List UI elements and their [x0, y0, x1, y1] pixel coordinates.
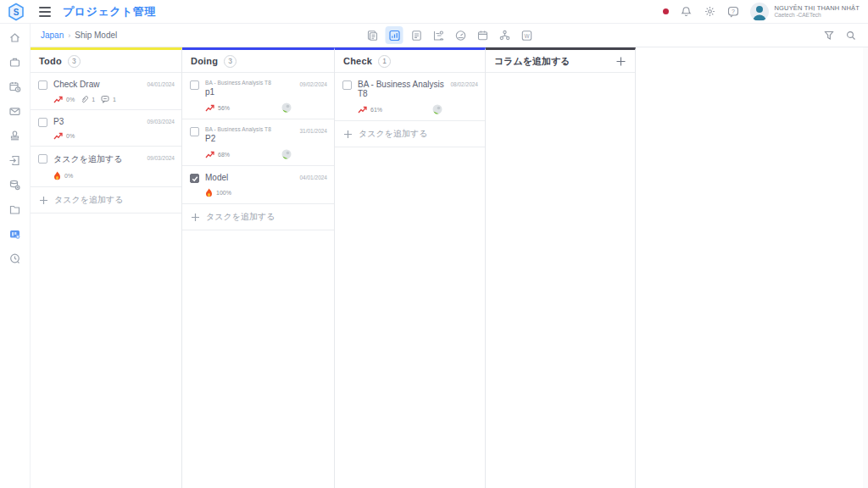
- task-tag: BA - Business Analysis T8: [205, 80, 293, 86]
- task-card[interactable]: Check Draw 0% 1 1 04/01/2024: [31, 73, 181, 110]
- task-tag: BA - Business Analysis T8: [205, 126, 293, 132]
- column-doing: Doing 3 BA - Business Analysis T8 p1 56%: [182, 47, 335, 488]
- task-progress: 100%: [216, 190, 231, 196]
- breadcrumb: Japan › Ship Model: [41, 30, 117, 40]
- task-title: p1: [205, 87, 293, 97]
- add-task-button[interactable]: タスクを追加する: [335, 121, 485, 147]
- plus-icon: [39, 196, 48, 205]
- assignee-avatar[interactable]: [432, 104, 442, 114]
- add-task-button[interactable]: タスクを追加する: [182, 204, 334, 230]
- mail-icon[interactable]: [8, 105, 21, 118]
- comment-icon: [101, 95, 109, 103]
- task-title: P2: [205, 134, 293, 143]
- projects-icon[interactable]: [8, 228, 21, 241]
- task-card[interactable]: Model 100% 04/01/2024: [182, 166, 334, 204]
- breadcrumb-project[interactable]: Japan: [41, 30, 64, 40]
- document-export-icon[interactable]: [8, 154, 21, 167]
- task-checkbox[interactable]: [38, 118, 47, 127]
- plus-icon: [343, 130, 353, 139]
- task-title: タスクを追加する: [53, 153, 141, 165]
- task-card[interactable]: BA - Business Analysis T8 p1 56% 09/02/2…: [182, 73, 334, 119]
- add-column-label: コラムを追加する: [494, 55, 570, 68]
- column-header[interactable]: Doing 3: [182, 50, 334, 73]
- add-task-label: タスクを追加する: [54, 194, 123, 206]
- column-header[interactable]: Todo 3: [31, 50, 181, 73]
- home-icon[interactable]: [8, 31, 21, 44]
- top-bar: S プロジェクト管理: [0, 0, 868, 24]
- folder-icon[interactable]: [8, 203, 21, 216]
- svg-text:W: W: [524, 32, 530, 38]
- task-card[interactable]: BA - Business Analysis T8 P2 68% 31/01/2…: [182, 119, 334, 166]
- view-gauge-icon[interactable]: [452, 26, 470, 44]
- column-name: Todo: [39, 56, 62, 66]
- assignee-avatar[interactable]: [281, 149, 292, 159]
- task-date: 31/01/2024: [299, 126, 327, 159]
- flame-icon: [53, 171, 61, 180]
- task-progress: 68%: [218, 152, 230, 158]
- view-switcher: W: [364, 26, 536, 44]
- column-count-badge: 1: [378, 55, 391, 68]
- task-checkbox[interactable]: [190, 80, 199, 90]
- view-chart-icon[interactable]: [386, 26, 403, 44]
- task-title: BA - Business Analysis T8: [358, 80, 444, 98]
- scrollbar-track[interactable]: [863, 47, 868, 488]
- view-org-icon[interactable]: [496, 26, 514, 44]
- bell-icon[interactable]: [679, 5, 693, 19]
- task-date: 04/01/2024: [147, 80, 175, 103]
- assignee-avatar[interactable]: [281, 103, 292, 113]
- toolbar-row: Japan › Ship Model: [31, 24, 868, 47]
- view-notes-icon[interactable]: [408, 26, 426, 44]
- filter-icon[interactable]: [822, 29, 836, 42]
- view-cards-icon[interactable]: [364, 26, 381, 44]
- user-menu[interactable]: NGUYỄN THỊ THANH NHẬT Caetech -CAETech: [750, 3, 860, 21]
- add-column-button[interactable]: [615, 56, 626, 67]
- column-name: Check: [343, 56, 372, 66]
- stamp-icon[interactable]: [8, 130, 21, 142]
- task-card[interactable]: P3 0% 09/03/2024: [31, 110, 181, 147]
- breadcrumb-current: Ship Model: [75, 30, 117, 40]
- task-checkbox[interactable]: [342, 80, 352, 90]
- task-card[interactable]: BA - Business Analysis T8 61% 08/02/2024: [335, 73, 485, 121]
- svg-text:S: S: [14, 7, 19, 16]
- task-checkbox[interactable]: [38, 80, 47, 90]
- briefcase-icon[interactable]: [8, 56, 21, 69]
- add-task-button[interactable]: タスクを追加する: [31, 187, 181, 214]
- add-task-label: タスクを追加する: [359, 128, 427, 140]
- view-gantt-icon[interactable]: [430, 26, 448, 44]
- page-title: プロジェクト管理: [63, 4, 156, 19]
- task-title: P3: [53, 117, 141, 126]
- column-count-badge: 3: [224, 55, 236, 68]
- task-date: 09/03/2024: [147, 117, 175, 140]
- plus-icon: [615, 56, 626, 67]
- sidebar-nav: [0, 24, 31, 488]
- column-header[interactable]: Check 1: [335, 50, 485, 73]
- app-logo-icon[interactable]: S: [7, 3, 25, 21]
- flame-icon: [205, 188, 213, 197]
- history-icon[interactable]: [8, 252, 21, 265]
- trend-up-icon: [358, 106, 367, 114]
- task-progress: 0%: [64, 173, 73, 179]
- task-checkbox[interactable]: [38, 154, 47, 164]
- view-workflow-icon[interactable]: W: [518, 26, 536, 44]
- trend-up-icon: [53, 132, 63, 140]
- schedule-icon[interactable]: [8, 80, 21, 93]
- column-todo: Todo 3 Check Draw 0% 1 1 04/01/2024: [31, 47, 182, 488]
- task-checkbox-checked[interactable]: [190, 174, 199, 183]
- menu-toggle-icon[interactable]: [39, 7, 51, 17]
- task-checkbox[interactable]: [190, 127, 199, 136]
- database-icon[interactable]: [8, 179, 21, 191]
- task-card[interactable]: タスクを追加する 0% 09/03/2024: [31, 147, 181, 187]
- task-date: 09/02/2024: [299, 80, 327, 113]
- task-progress: 0%: [66, 133, 75, 139]
- column-count-badge: 3: [68, 55, 81, 68]
- column-add: コラムを追加する: [486, 47, 636, 488]
- column-name: Doing: [191, 56, 218, 66]
- trend-up-icon: [53, 96, 63, 103]
- trend-up-icon: [205, 151, 214, 158]
- attachment-count: 1: [92, 97, 95, 103]
- view-calendar-icon[interactable]: [474, 26, 492, 44]
- task-date: 09/03/2024: [147, 153, 175, 180]
- search-icon[interactable]: [844, 29, 858, 42]
- gear-icon[interactable]: [703, 5, 716, 19]
- help-icon[interactable]: ?: [726, 5, 740, 19]
